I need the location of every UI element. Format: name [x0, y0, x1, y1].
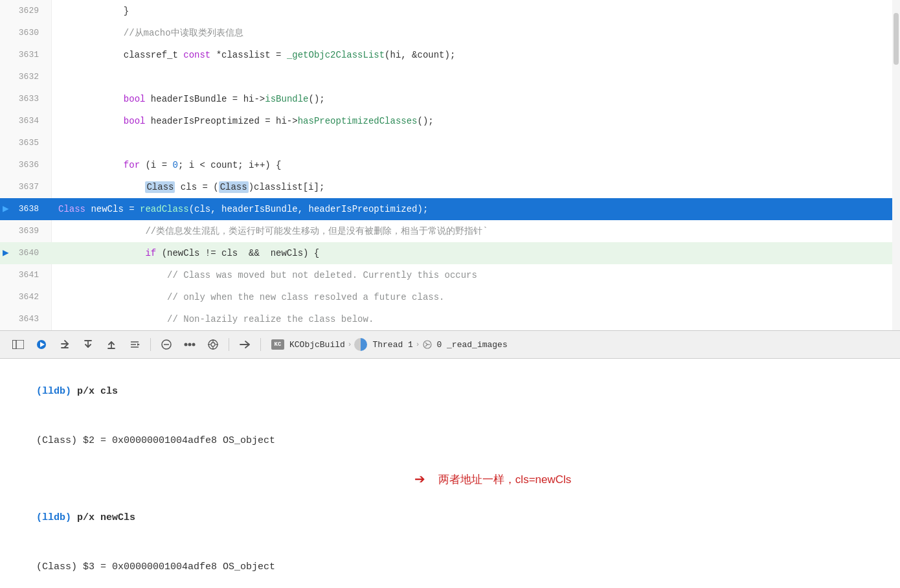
- svg-rect-1: [12, 340, 24, 349]
- code-line-3629: 3629 }: [0, 0, 900, 22]
- thread-name: Thread 1: [372, 340, 412, 350]
- send-button[interactable]: [234, 335, 255, 354]
- line-number-3629: 3629: [0, 0, 52, 22]
- code-line-3643: 3643 // Non-lazily realize the class bel…: [0, 308, 900, 330]
- code-line-3633: 3633 bool headerIsBundle = hi->isBundle(…: [0, 88, 900, 110]
- line-number-3640: ▶ 3640: [0, 242, 52, 264]
- code-line-3631: 3631 classref_t const *classlist = _getO…: [0, 44, 900, 66]
- continue-icon: [36, 339, 47, 350]
- frame-icon: [422, 339, 433, 350]
- code-line-3642: 3642 // only when the new class resolved…: [0, 286, 900, 308]
- step-over-button[interactable]: [54, 335, 75, 354]
- debug-options-icon: [184, 339, 196, 350]
- console-cmd-text-2: p/x newCls: [77, 512, 135, 523]
- step-out-button[interactable]: [101, 335, 122, 354]
- line-number-3636: 3636: [0, 154, 52, 176]
- toolbar-separator-3: [260, 338, 261, 351]
- code-line-3635: 3635: [0, 132, 900, 154]
- toolbar-separator-2: [229, 338, 229, 351]
- code-line-3630: 3630 //从macho中读取类列表信息: [0, 22, 900, 44]
- line-number-3634: 3634: [0, 110, 52, 132]
- console-prompt-1: (lldb): [36, 386, 77, 397]
- line-content-3634: bool headerIsPreoptimized = hi->hasPreop…: [52, 110, 900, 132]
- step-into-icon: [82, 339, 94, 350]
- line-number-3638: ▶ 3638: [0, 198, 52, 220]
- code-line-3634: 3634 bool headerIsPreoptimized = hi->has…: [0, 110, 900, 132]
- instruction-step-button[interactable]: [124, 335, 145, 354]
- console-cmd-text-1: p/x cls: [77, 386, 118, 397]
- debug-options-button[interactable]: [179, 335, 200, 354]
- scrollbar-thumb[interactable]: [894, 13, 899, 65]
- code-lines: 3629 } 3630 //从macho中读取类列表信息 3631 classr…: [0, 0, 900, 330]
- editor-area: 3629 } 3630 //从macho中读取类列表信息 3631 classr…: [0, 0, 900, 330]
- line-number-3643: 3643: [0, 308, 52, 330]
- line-content-3640: if (newCls != cls && newCls) {: [52, 242, 900, 264]
- line-content-3641: // Class was moved but not deleted. Curr…: [52, 264, 900, 286]
- code-line-3641: 3641 // Class was moved but not deleted.…: [0, 264, 900, 286]
- step-over-icon: [59, 339, 71, 350]
- breadcrumb-thread: Thread 1: [354, 338, 412, 351]
- right-arrow-icon: ➔: [414, 468, 425, 490]
- step-into-button[interactable]: [78, 335, 98, 354]
- breadcrumb: KC KCObjcBuild › Thread 1 › 0 _read_imag…: [271, 338, 508, 351]
- line-content-3643: // Non-lazily realize the class below.: [52, 308, 900, 330]
- console-line-3: (lldb) p/x newCls: [13, 493, 887, 543]
- line-number-3637: 3637: [0, 176, 52, 198]
- line-content-3639: //类信息发生混乱，类运行时可能发生移动，但是没有被删除，相当于常说的野指针`: [52, 220, 900, 242]
- line-content-3642: // only when the new class resolved a fu…: [52, 286, 900, 308]
- annotation-text: 两者地址一样，cls=newCls: [438, 472, 571, 487]
- line-content-3630: //从macho中读取类列表信息: [52, 22, 900, 44]
- line-number-3630: 3630: [0, 22, 52, 44]
- debug-toolbar: KC KCObjcBuild › Thread 1 › 0 _read_imag…: [0, 330, 900, 359]
- line-number-3631: 3631: [0, 44, 52, 66]
- thread-icon: [354, 338, 367, 351]
- line-number-3635: 3635: [0, 132, 52, 154]
- line-number-3642: 3642: [0, 286, 52, 308]
- line-content-3636: for (i = 0; i < count; i++) {: [52, 154, 900, 176]
- code-line-3637: 3637 Class cls = (Class)classlist[i];: [0, 176, 900, 198]
- continue-button[interactable]: [31, 335, 52, 354]
- line-number-3633: 3633: [0, 88, 52, 110]
- sidebar-toggle-button[interactable]: [8, 335, 28, 354]
- frame-name: 0 _read_images: [436, 340, 507, 350]
- console-output-1: (Class) $2 = 0x00000001004adfe8 OS_objec…: [36, 435, 275, 446]
- code-line-3640: ▶ 3640 if (newCls != cls && newCls) {: [0, 242, 900, 264]
- breadcrumb-frame: 0 _read_images: [422, 339, 507, 350]
- code-line-3639: 3639 //类信息发生混乱，类运行时可能发生移动，但是没有被删除，相当于常说的…: [0, 220, 900, 242]
- code-line-3632: 3632: [0, 66, 900, 88]
- send-icon: [239, 339, 251, 350]
- project-icon: KC: [271, 339, 284, 350]
- code-line-3636: 3636 for (i = 0; i < count; i++) {: [0, 154, 900, 176]
- breakpoints-icon: [161, 339, 172, 350]
- line-number-3641: 3641: [0, 264, 52, 286]
- project-name: KCObjcBuild: [289, 340, 345, 350]
- console-area[interactable]: (lldb) p/x cls (Class) $2 = 0x0000000100…: [0, 359, 900, 588]
- svg-rect-0: [12, 340, 16, 349]
- svg-point-6: [188, 343, 192, 346]
- console-output-2: (Class) $3 = 0x00000001004adfe8 OS_objec…: [36, 561, 275, 572]
- line-content-3633: bool headerIsBundle = hi->isBundle();: [52, 88, 900, 110]
- line-content-3631: classref_t const *classlist = _getObjc2C…: [52, 44, 900, 66]
- svg-point-8: [192, 343, 196, 346]
- toolbar-separator-1: [150, 338, 151, 351]
- instruction-step-icon: [129, 339, 141, 350]
- svg-point-7: [185, 343, 188, 346]
- breakpoints-button[interactable]: [156, 335, 177, 354]
- svg-point-10: [211, 343, 215, 346]
- line-content-3637: Class cls = (Class)classlist[i];: [52, 176, 900, 198]
- scrollbar-track[interactable]: [892, 0, 900, 330]
- annotation-row: ➔ 两者地址一样，cls=newCls: [13, 468, 887, 490]
- simulate-location-button[interactable]: [203, 335, 223, 354]
- console-line-1: (lldb) p/x cls: [13, 367, 887, 416]
- step-out-icon: [106, 339, 117, 350]
- line-number-3639: 3639: [0, 220, 52, 242]
- code-line-3638: ▶ 3638 Class newCls = readClass(cls, hea…: [0, 198, 900, 220]
- console-line-4: (Class) $3 = 0x00000001004adfe8 OS_objec…: [13, 543, 887, 589]
- breadcrumb-chevron-2: ›: [416, 341, 420, 348]
- console-line-2: (Class) $2 = 0x00000001004adfe8 OS_objec…: [13, 416, 887, 466]
- simulate-location-icon: [207, 339, 219, 350]
- breadcrumb-chevron-1: ›: [348, 341, 352, 348]
- console-prompt-2: (lldb): [36, 512, 77, 523]
- line-number-3632: 3632: [0, 66, 52, 88]
- line-content-3638: Class newCls = readClass(cls, headerIsBu…: [52, 198, 900, 220]
